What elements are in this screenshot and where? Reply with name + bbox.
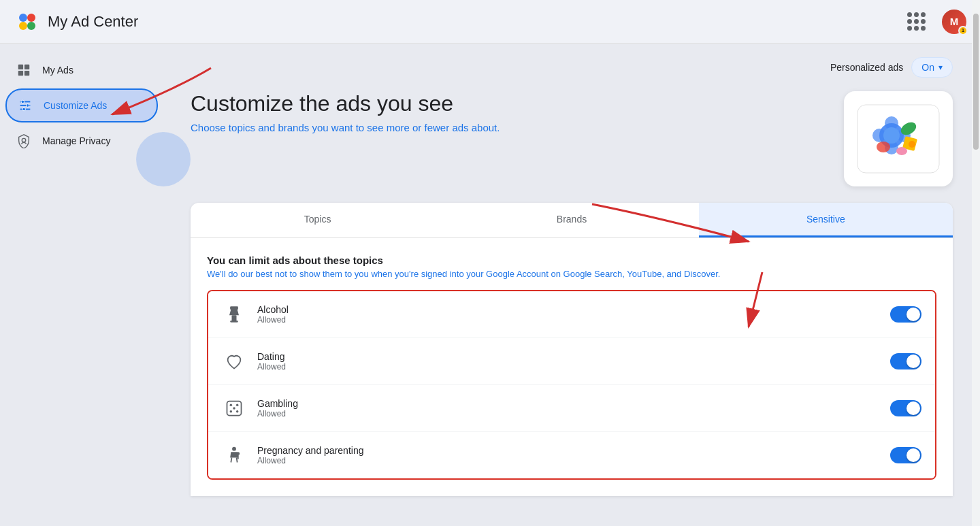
pregnancy-icon [222, 443, 246, 467]
avatar[interactable]: M 1 [942, 10, 966, 34]
tab-topics[interactable]: Topics [191, 203, 444, 237]
sidebar-decoration [136, 132, 191, 186]
grid-dot [921, 26, 926, 31]
dating-icon [222, 349, 246, 374]
svg-rect-5 [24, 65, 29, 69]
grid-dot [921, 19, 926, 24]
svg-rect-28 [232, 315, 237, 321]
svg-point-33 [230, 410, 233, 413]
grid-dot [921, 12, 926, 17]
item-name-pregnancy: Pregnancy and parenting [257, 445, 890, 456]
sidebar-item-manage-privacy[interactable]: Manage Privacy [5, 125, 158, 157]
sidebar-label-manage-privacy: Manage Privacy [42, 135, 110, 146]
svg-point-14 [22, 138, 26, 142]
item-status-pregnancy: Allowed [257, 456, 890, 465]
scrollbar-thumb[interactable] [973, 14, 979, 150]
alcohol-icon [222, 302, 246, 327]
sensitive-item-gambling: Gambling Allowed [208, 385, 935, 432]
svg-point-13 [22, 108, 26, 111]
hero-subtitle: Choose topics and brands you want to see… [191, 122, 817, 133]
svg-point-31 [230, 404, 233, 407]
sidebar-label-customize-ads: Customize Ads [44, 100, 107, 111]
item-info-gambling: Gambling Allowed [257, 398, 890, 418]
shield-icon [16, 133, 31, 148]
item-name-gambling: Gambling [257, 398, 890, 409]
tabs-container: Topics Brands Sensitive You can limit ad… [191, 203, 953, 496]
tab-sensitive[interactable]: Sensitive [699, 203, 953, 237]
svg-point-32 [236, 404, 239, 407]
personalized-ads-bar: Personalized ads On ▾ [191, 57, 953, 78]
hero-svg [851, 98, 946, 180]
grid-dot [907, 12, 912, 17]
sidebar: My Ads Customize Ads [0, 44, 163, 526]
svg-rect-4 [18, 65, 23, 69]
item-status-gambling: Allowed [257, 409, 890, 418]
layout-icon [16, 63, 31, 78]
item-info-alcohol: Alcohol Allowed [257, 304, 890, 325]
header-right: M 1 [902, 7, 966, 36]
content-area: You can limit ads about these topics We'… [191, 238, 953, 496]
item-info-pregnancy: Pregnancy and parenting Allowed [257, 445, 890, 465]
grid-dot [914, 26, 919, 31]
personalized-ads-status: On [921, 62, 934, 73]
header: My Ad Center M 1 [0, 0, 980, 44]
sliders-icon [18, 98, 33, 113]
personalized-ads-toggle[interactable]: On ▾ [911, 57, 953, 78]
sidebar-label-my-ads: My Ads [42, 65, 74, 76]
google-logo [14, 8, 41, 35]
chevron-down-icon: ▾ [938, 63, 943, 72]
svg-rect-29 [230, 320, 238, 322]
section-subtitle: We'll do our best not to show them to yo… [207, 269, 936, 279]
svg-point-3 [27, 22, 35, 30]
svg-point-1 [27, 14, 35, 22]
item-info-dating: Dating Allowed [257, 351, 890, 372]
item-name-dating: Dating [257, 351, 890, 362]
header-left: My Ad Center [14, 8, 138, 35]
scrollbar[interactable] [972, 0, 980, 526]
svg-point-0 [19, 14, 27, 22]
svg-point-26 [909, 141, 915, 148]
apps-grid-button[interactable] [902, 7, 931, 36]
sensitive-item-pregnancy: Pregnancy and parenting Allowed [208, 432, 935, 478]
personalized-ads-label: Personalized ads [830, 62, 903, 73]
svg-point-24 [896, 147, 907, 155]
svg-point-21 [883, 127, 900, 144]
hero-illustration [844, 91, 953, 186]
section-title: You can limit ads about these topics [207, 254, 936, 266]
sensitive-item-dating: Dating Allowed [208, 338, 935, 385]
item-name-alcohol: Alcohol [257, 304, 890, 315]
svg-rect-6 [18, 71, 23, 76]
grid-dot [907, 26, 912, 31]
grid-dot [914, 19, 919, 24]
svg-point-11 [21, 100, 24, 103]
toggle-alcohol[interactable] [890, 306, 921, 323]
tab-brands[interactable]: Brands [444, 203, 698, 237]
avatar-badge: 1 [958, 26, 968, 35]
tabs: Topics Brands Sensitive [191, 203, 953, 238]
toggle-pregnancy[interactable] [890, 447, 921, 463]
gambling-icon [222, 396, 246, 421]
toggle-gambling[interactable] [890, 400, 921, 416]
svg-point-12 [26, 104, 29, 108]
sidebar-item-my-ads[interactable]: My Ads [5, 54, 158, 86]
sensitive-list: Alcohol Allowed [207, 290, 936, 480]
svg-point-37 [237, 452, 240, 455]
hero-title: Customize the ads you see [191, 91, 817, 116]
svg-point-25 [877, 142, 890, 152]
sidebar-item-customize-ads[interactable]: Customize Ads [5, 88, 158, 122]
item-status-dating: Allowed [257, 362, 890, 372]
svg-point-34 [236, 410, 239, 413]
toggle-dating[interactable] [890, 353, 921, 369]
sensitive-item-alcohol: Alcohol Allowed [208, 291, 935, 338]
item-status-alcohol: Allowed [257, 315, 890, 325]
app-title: My Ad Center [48, 13, 138, 31]
hero-section: Customize the ads you see Choose topics … [191, 91, 953, 186]
main-layout: My Ads Customize Ads [0, 44, 980, 526]
grid-dot [914, 12, 919, 17]
main-content: Personalized ads On ▾ Customize the ads … [163, 44, 980, 526]
hero-text: Customize the ads you see Choose topics … [191, 91, 817, 133]
grid-dot [907, 19, 912, 24]
svg-point-2 [19, 22, 27, 30]
svg-point-35 [233, 407, 235, 410]
svg-point-36 [232, 447, 236, 451]
